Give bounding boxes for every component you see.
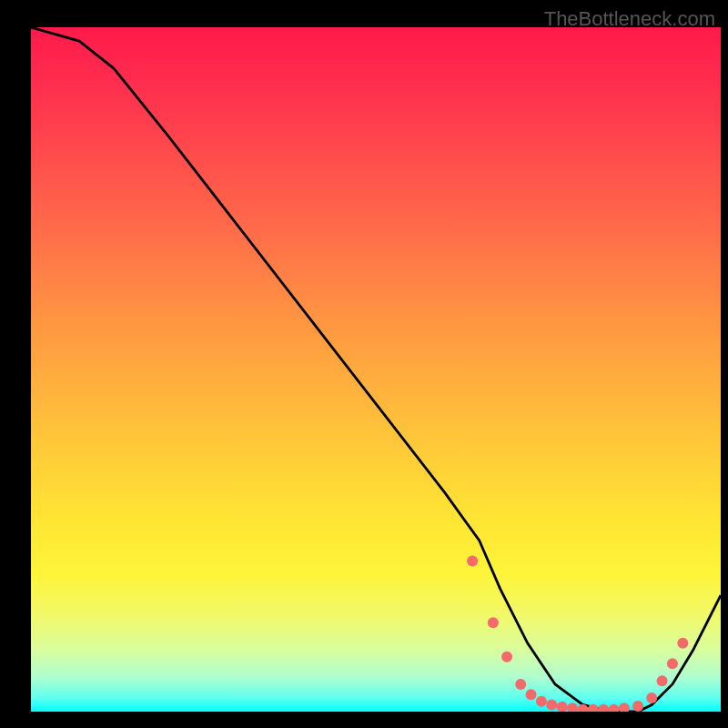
watermark-text: TheBottleneck.com (544, 7, 715, 31)
data-dot (677, 638, 688, 649)
data-dot (467, 556, 478, 567)
data-dot (667, 658, 678, 669)
data-dot (536, 696, 547, 707)
data-dot (632, 701, 643, 712)
data-dot (526, 689, 537, 700)
data-dot (598, 704, 609, 712)
data-dot (488, 617, 499, 628)
chart-area (31, 27, 721, 712)
data-dot (501, 652, 512, 662)
data-dot (609, 704, 620, 712)
data-dot (557, 702, 568, 712)
curve-line (31, 27, 721, 712)
curve-dots (467, 556, 688, 712)
data-dot (546, 699, 557, 710)
chart-svg (31, 27, 721, 712)
data-dot (619, 703, 630, 712)
data-dot (567, 703, 578, 712)
data-dot (646, 693, 657, 703)
data-dot (657, 675, 668, 686)
data-dot (515, 679, 526, 690)
